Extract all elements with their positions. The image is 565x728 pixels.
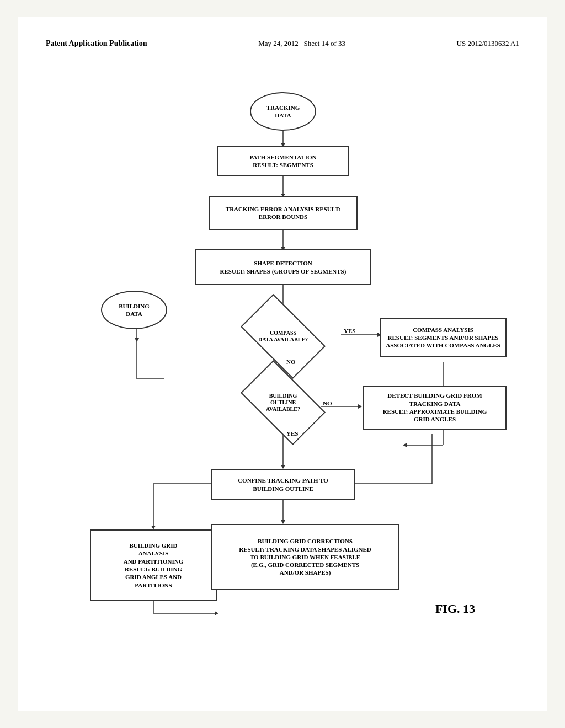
confine-tracking-node: CONFINE TRACKING PATH TO BUILDING OUTLIN… (211, 469, 355, 500)
svg-marker-19 (281, 520, 285, 524)
svg-marker-17 (281, 465, 285, 469)
page-header: Patent Application Publication May 24, 2… (46, 39, 519, 48)
patent-number: US 2012/0130632 A1 (457, 39, 519, 48)
no-outline-label: NO (323, 400, 332, 406)
svg-marker-9 (135, 338, 139, 342)
svg-marker-29 (403, 443, 407, 447)
publication-label: Patent Application Publication (46, 39, 147, 48)
path-segmentation-node: PATH SEGMENTATION RESULT: SEGMENTS (217, 146, 349, 176)
building-grid-analysis-node: BUILDING GRID ANALYSIS AND PARTITIONING … (90, 529, 217, 601)
svg-marker-26 (215, 611, 218, 615)
building-outline-diamond-node: BUILDING OUTLINE AVAILABLE? (247, 381, 319, 425)
tracking-error-node: TRACKING ERROR ANALYSIS RESULT: ERROR BO… (209, 196, 358, 230)
compass-diamond-node: COMPASS DATA AVAILABLE? (247, 314, 319, 358)
flowchart-diagram: TRACKING DATA PATH SEGMENTATION RESULT: … (46, 70, 519, 677)
no-compass-label: NO (286, 358, 296, 365)
sheet-label: Sheet 14 of 33 (304, 39, 345, 47)
yes-outline-label: YES (286, 430, 298, 437)
yes-compass-label: YES (344, 328, 355, 334)
building-grid-corrections-node: BUILDING GRID CORRECTIONS RESULT: TRACKI… (211, 524, 399, 590)
patent-page: Patent Application Publication May 24, 2… (18, 17, 547, 711)
date-label: May 24, 2012 (258, 39, 299, 47)
tracking-data-node: TRACKING DATA (250, 92, 316, 131)
svg-marker-15 (358, 404, 362, 409)
detect-building-grid-node: DETECT BUILDING GRID FROM TRACKING DATA … (363, 386, 507, 430)
header-center: May 24, 2012 Sheet 14 of 33 (258, 39, 345, 48)
shape-detection-node: SHAPE DETECTION RESULT: SHAPES (GROUPS O… (195, 249, 371, 285)
compass-analysis-node: COMPASS ANALYSIS RESULT: SEGMENTS AND/OR… (380, 318, 507, 357)
figure-label: FIG. 13 (435, 602, 475, 616)
building-data-node: BUILDING DATA (101, 291, 167, 329)
svg-marker-23 (151, 526, 156, 529)
